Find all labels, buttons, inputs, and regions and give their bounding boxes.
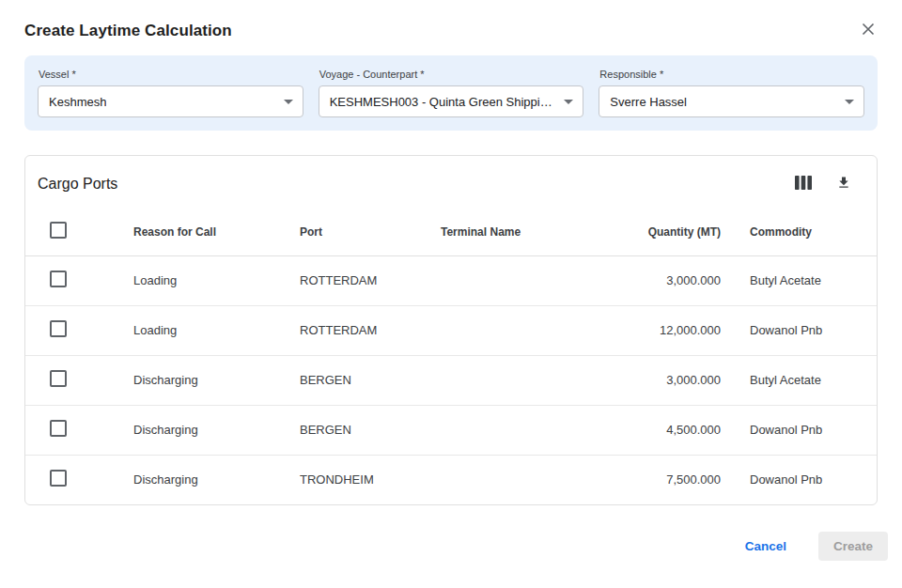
table-row: Loading ROTTERDAM 12,000.000 Dowanol Pnb [25, 305, 877, 355]
cell-terminal-name [441, 405, 591, 455]
cell-reason-for-call: Discharging [133, 455, 300, 504]
cell-reason-for-call: Loading [133, 255, 300, 305]
cell-port: BERGEN [300, 405, 441, 455]
vessel-select[interactable]: Keshmesh [38, 85, 303, 117]
table-header: Reason for Call Port Terminal Name Quant… [25, 209, 877, 255]
columns-button[interactable] [793, 174, 814, 194]
responsible-select[interactable]: Sverre Hassel [599, 85, 864, 117]
select-all-checkbox[interactable] [50, 222, 67, 239]
create-laytime-dialog: Create Laytime Calculation Vessel * Kesh… [0, 0, 902, 561]
cargo-ports-card-header: Cargo Ports [25, 156, 877, 199]
row-checkbox[interactable] [50, 470, 67, 487]
column-header-quantity: Quantity (MT) [591, 209, 741, 255]
close-icon [861, 22, 876, 39]
cell-quantity: 3,000.000 [591, 355, 741, 405]
cell-port: BERGEN [300, 355, 441, 405]
row-checkbox[interactable] [50, 320, 67, 337]
page-title: Create Laytime Calculation [24, 22, 232, 40]
responsible-select-value: Sverre Hassel [610, 95, 687, 109]
voyage-counterpart-label: Voyage - Counterpart * [319, 69, 584, 80]
cell-port: ROTTERDAM [300, 255, 441, 305]
download-icon [836, 175, 851, 193]
vessel-field: Vessel * Keshmesh [38, 67, 303, 117]
table-row: Discharging BERGEN 3,000.000 Butyl Aceta… [25, 355, 877, 405]
cell-reason-for-call: Discharging [133, 355, 300, 405]
responsible-label: Responsible * [599, 69, 864, 80]
row-checkbox[interactable] [50, 420, 67, 437]
cargo-ports-title: Cargo Ports [38, 176, 117, 193]
table-header-row: Reason for Call Port Terminal Name Quant… [25, 209, 877, 255]
voyage-counterpart-field: Voyage - Counterpart * KESHMESH003 - Qui… [319, 67, 584, 117]
cell-commodity: Dowanol Pnb [741, 305, 877, 355]
cargo-ports-toolbar [793, 173, 853, 195]
view-columns-icon [795, 176, 812, 193]
cargo-ports-card: Cargo Ports [24, 155, 878, 505]
cancel-button[interactable]: Cancel [738, 534, 794, 559]
cell-terminal-name [441, 355, 591, 405]
cell-commodity: Butyl Acetate [741, 255, 877, 305]
responsible-field: Responsible * Sverre Hassel [599, 67, 864, 117]
close-button[interactable] [857, 20, 879, 42]
cell-reason-for-call: Discharging [133, 405, 300, 455]
cell-quantity: 7,500.000 [591, 455, 741, 504]
download-button[interactable] [834, 173, 853, 195]
row-checkbox[interactable] [50, 370, 67, 387]
voyage-counterpart-select-value: KESHMESH003 - Quinta Green Shippi… [330, 95, 552, 109]
cell-terminal-name [441, 255, 591, 305]
column-header-terminal: Terminal Name [441, 209, 591, 255]
cell-port: TRONDHEIM [300, 455, 441, 504]
cell-reason-for-call: Loading [133, 305, 300, 355]
vessel-select-value: Keshmesh [49, 95, 106, 109]
cell-commodity: Dowanol Pnb [741, 455, 877, 504]
cargo-table-body: Loading ROTTERDAM 3,000.000 Butyl Acetat… [25, 255, 877, 504]
cell-commodity: Butyl Acetate [741, 355, 877, 405]
chevron-down-icon [564, 100, 573, 104]
cell-terminal-name [441, 305, 591, 355]
vessel-label: Vessel * [39, 69, 303, 80]
voyage-counterpart-select[interactable]: KESHMESH003 - Quinta Green Shippi… [319, 85, 584, 117]
cell-terminal-name [441, 455, 591, 504]
cargo-ports-table: Reason for Call Port Terminal Name Quant… [25, 209, 877, 504]
chevron-down-icon [845, 100, 854, 104]
create-button[interactable]: Create [818, 532, 888, 561]
table-row: Discharging BERGEN 4,500.000 Dowanol Pnb [25, 405, 877, 455]
row-checkbox[interactable] [50, 271, 67, 287]
cell-quantity: 4,500.000 [591, 405, 741, 455]
dialog-footer: Cancel Create [0, 505, 902, 561]
table-row: Discharging TRONDHEIM 7,500.000 Dowanol … [25, 455, 877, 504]
voyage-form-panel: Vessel * Keshmesh Voyage - Counterpart *… [24, 55, 878, 131]
column-header-port: Port [300, 209, 441, 255]
cell-commodity: Dowanol Pnb [741, 405, 877, 455]
cell-port: ROTTERDAM [300, 305, 441, 355]
column-header-commodity: Commodity [741, 209, 877, 255]
table-row: Loading ROTTERDAM 3,000.000 Butyl Acetat… [25, 255, 877, 305]
cell-quantity: 12,000.000 [591, 305, 741, 355]
column-header-reason: Reason for Call [133, 209, 300, 255]
cell-quantity: 3,000.000 [591, 255, 741, 305]
chevron-down-icon [284, 100, 293, 104]
dialog-header: Create Laytime Calculation [0, 0, 902, 47]
